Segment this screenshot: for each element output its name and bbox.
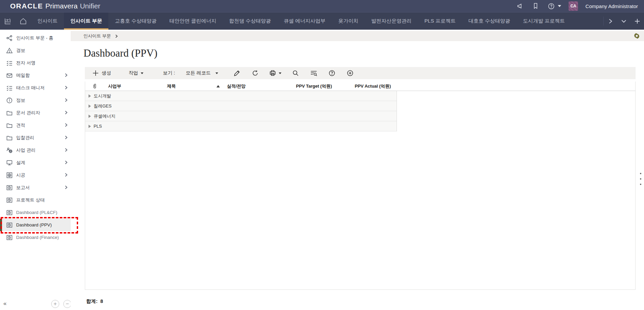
view-select[interactable]: 모든 레코드 xyxy=(186,70,218,76)
tab-taeananmyeon[interactable]: 태안안면 클린에너지 xyxy=(163,12,223,30)
sidebar-item-alerts[interactable]: 경보 xyxy=(0,44,71,57)
tab-hapcheondam[interactable]: 합천댐 수상태양광 xyxy=(223,12,277,30)
group-row-urban-dev[interactable]: 도시개발 xyxy=(85,91,397,101)
sidebar-item-label: 견적 xyxy=(16,122,25,128)
print-button[interactable] xyxy=(269,70,281,76)
refresh-icon[interactable] xyxy=(251,69,259,77)
expand-triangle-icon[interactable] xyxy=(89,104,91,108)
total-label: 합계: xyxy=(86,299,98,304)
chevron-right-icon xyxy=(64,97,68,103)
user-menu-caret-icon[interactable] xyxy=(558,5,561,7)
actions-menu-label: 작업 xyxy=(129,70,138,76)
expand-triangle-icon[interactable] xyxy=(89,125,91,128)
sidebar-item-dashboard-ppv[interactable]: Dashboard (PPV) xyxy=(0,219,71,231)
sidebar-item-label: 전자 서명 xyxy=(16,60,36,66)
announcement-icon[interactable] xyxy=(516,2,524,10)
column-header-ppv-target[interactable]: PPV Target (억원) xyxy=(286,83,337,89)
sidebar-item-dashboard-finance[interactable]: Dashboard (Finance) xyxy=(0,231,71,244)
sidebar-item-task-manager[interactable]: 태스크 매니저 xyxy=(0,82,71,94)
column-header-title[interactable]: 제목 xyxy=(162,83,223,89)
sidebar-item-information[interactable]: 정보 xyxy=(0,94,71,106)
tab-pls-project[interactable]: PLS 프로젝트 xyxy=(418,12,462,30)
find-in-results-icon[interactable] xyxy=(310,69,318,77)
view-select-value: 모든 레코드 xyxy=(186,70,211,76)
home-icon[interactable] xyxy=(15,12,31,30)
actions-menu-button[interactable]: 작업 xyxy=(129,70,143,76)
sidebar-item-reports[interactable]: 보고서 xyxy=(0,181,71,194)
add-circle-icon[interactable] xyxy=(346,69,354,77)
group-row-label: 도시개발 xyxy=(94,93,111,99)
sidebar-item-document-manager[interactable]: 문서 관리자 xyxy=(0,106,71,119)
avatar[interactable]: CA xyxy=(569,1,578,11)
insight-chart-icon[interactable] xyxy=(0,12,15,30)
report-icon xyxy=(6,222,13,228)
tab-power-asset-mgmt[interactable]: 발전자산운영관리 xyxy=(365,12,418,30)
help-icon[interactable] xyxy=(547,2,555,10)
tab-urban-dev-project[interactable]: 도시개발 프로젝트 xyxy=(517,12,571,30)
sidebar-item-design[interactable]: 설계 xyxy=(0,156,71,169)
column-header-division[interactable]: 사업부 xyxy=(104,83,162,89)
group-row-label: PLS xyxy=(94,124,102,129)
checklist-icon xyxy=(6,60,13,66)
sidebar-item-construction[interactable]: 시공 xyxy=(0,169,71,181)
drag-handle-icon[interactable] xyxy=(639,173,642,185)
attachment-column-header[interactable] xyxy=(85,83,104,89)
report-icon xyxy=(6,184,13,191)
collapse-sidebar-icon[interactable]: « xyxy=(3,300,6,307)
group-row-qcells-energy[interactable]: 큐셀에너지 xyxy=(85,111,397,121)
sidebar-item-bidding-mgmt[interactable]: 입찰관리 xyxy=(0,131,71,144)
tab-qcells-energy[interactable]: 큐셀 에너지사업부 xyxy=(277,12,332,30)
help-circle-icon[interactable] xyxy=(328,69,336,77)
gear-icon[interactable] xyxy=(634,33,640,40)
tab-list-icon[interactable] xyxy=(617,12,631,30)
create-button-label: 생성 xyxy=(102,70,111,76)
breadcrumb-item[interactable]: 인사이트 부문 xyxy=(83,33,111,39)
chevron-right-icon xyxy=(64,85,68,91)
folder-icon xyxy=(6,134,13,141)
tab-yokkaichi[interactable]: 욧가이치 xyxy=(332,12,365,30)
sidebar-item-label: 태스크 매니저 xyxy=(16,85,45,91)
sidebar-item-project-status[interactable]: 프로젝트 상태 xyxy=(0,194,71,206)
sidebar-item-dashboard-plcf[interactable]: Dashboard (PL&CF) xyxy=(0,206,71,219)
scroll-right-icon[interactable] xyxy=(604,12,617,30)
expand-triangle-icon[interactable] xyxy=(89,94,91,98)
tab-insight[interactable]: 인사이트 xyxy=(31,12,64,30)
alert-triangle-icon xyxy=(6,47,13,54)
report-icon xyxy=(6,234,13,241)
sidebar-item-label: 경보 xyxy=(16,48,25,54)
zoom-out-icon[interactable]: − xyxy=(63,300,71,308)
tab-goheungho[interactable]: 고흥호 수상태양광 xyxy=(108,12,163,30)
expand-triangle-icon[interactable] xyxy=(89,115,91,118)
group-row-chile-ges[interactable]: 칠레GES xyxy=(85,101,397,111)
add-tab-icon[interactable] xyxy=(631,12,644,30)
chevron-right-icon xyxy=(64,160,68,166)
tab-insight-division[interactable]: 인사이트 부문 xyxy=(64,12,108,30)
page-title: Dashboard (PPV) xyxy=(83,47,158,59)
sidebar-item-mailbox[interactable]: 메일함 xyxy=(0,69,71,82)
group-row-label: 칠레GES xyxy=(94,103,111,109)
chevron-right-icon xyxy=(64,147,68,153)
search-icon[interactable] xyxy=(292,69,300,77)
zoom-in-icon[interactable]: + xyxy=(51,300,59,308)
construction-icon xyxy=(6,172,13,179)
sidebar-item-estimates[interactable]: 견적 xyxy=(0,119,71,131)
edit-pencil-icon[interactable] xyxy=(233,69,241,77)
chevron-right-icon xyxy=(64,135,68,141)
column-header-actual-forecast[interactable]: 실적/전망 xyxy=(223,83,286,89)
group-row-pls[interactable]: PLS xyxy=(85,121,397,131)
view-label: 보기 : xyxy=(163,70,175,76)
tab-daehoho[interactable]: 대호호 수상태양광 xyxy=(462,12,516,30)
breadcrumb[interactable]: 인사이트 부문 xyxy=(83,33,118,39)
caret-down-icon xyxy=(279,72,281,74)
chevron-right-icon xyxy=(64,122,68,128)
logo-unifier: Unifier xyxy=(80,2,100,10)
sidebar-item-business-mgmt[interactable]: 사업 관리 xyxy=(0,144,71,156)
create-button[interactable]: 생성 xyxy=(92,70,111,76)
sidebar-item-label: 시공 xyxy=(16,172,25,178)
sidebar-item-esignature[interactable]: 전자 서명 xyxy=(0,57,71,69)
sidebar-item-label: 메일함 xyxy=(16,72,30,79)
column-header-ppv-actual[interactable]: PPV Actual (억원) xyxy=(337,83,397,89)
bookmark-icon[interactable] xyxy=(532,2,540,10)
sidebar-item-insight-division-home[interactable]: 인사이트 부문 - 홈 xyxy=(0,32,71,44)
monitor-icon xyxy=(6,159,13,166)
